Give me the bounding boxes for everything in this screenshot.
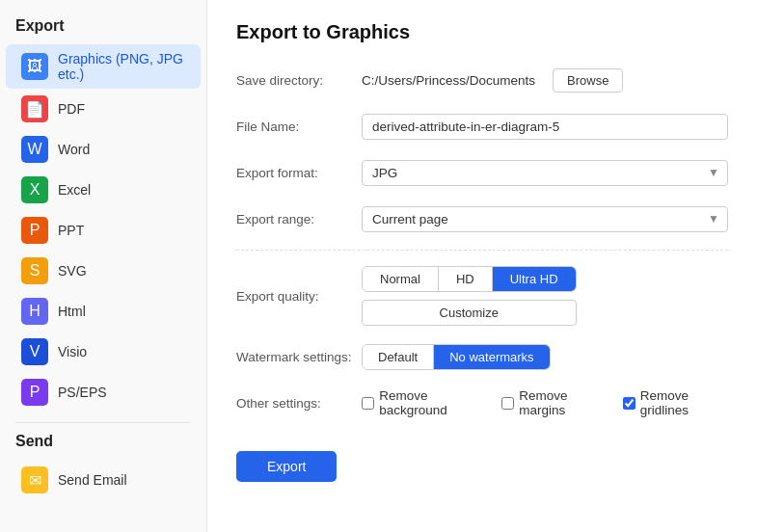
watermark-button-group: DefaultNo watermarks: [362, 344, 551, 370]
page-title: Export to Graphics: [236, 21, 728, 43]
sidebar-item-label-word: Word: [58, 142, 90, 157]
export-button[interactable]: Export: [236, 451, 337, 482]
email-icon: ✉: [21, 466, 48, 493]
export-format-select-wrapper: JPGPNGBMPSVGPDF ▼: [362, 160, 728, 186]
file-name-label: File Name:: [236, 120, 362, 134]
checkbox-label-remove_gridlines: Remove gridlines: [640, 388, 728, 417]
sidebar-item-label-excel: Excel: [58, 182, 91, 198]
sidebar-divider: [15, 422, 191, 423]
watermark-control: DefaultNo watermarks: [362, 344, 728, 370]
watermark-btn-no_watermarks[interactable]: No watermarks: [434, 345, 549, 369]
export-range-row: Export range: Current pageAll pagesSelec…: [236, 203, 728, 234]
other-settings-label: Other settings:: [236, 396, 362, 411]
watermark-label: Watermark settings:: [236, 350, 362, 364]
checkbox-remove_gridlines[interactable]: [623, 396, 635, 411]
quality-button-group: NormalHDUltra HD: [362, 266, 577, 292]
file-name-control: [362, 114, 728, 140]
sidebar-item-label-graphics: Graphics (PNG, JPG etc.): [58, 51, 185, 82]
sidebar-item-label-ppt: PPT: [58, 223, 84, 238]
sidebar-item-visio[interactable]: V Visio: [6, 332, 201, 372]
sidebar-item-excel[interactable]: X Excel: [6, 170, 201, 210]
sidebar-item-word[interactable]: W Word: [6, 129, 201, 170]
sidebar-item-label-pdf: PDF: [58, 101, 85, 117]
checkbox-item-remove_gridlines[interactable]: Remove gridlines: [623, 388, 728, 417]
checkbox-item-remove_margins[interactable]: Remove margins: [501, 388, 605, 417]
save-directory-label: Save directory:: [236, 73, 362, 88]
export-format-row: Export format: JPGPNGBMPSVGPDF ▼: [236, 157, 728, 188]
checkbox-item-remove_background[interactable]: Remove background: [362, 388, 484, 417]
other-settings-row: Other settings: Remove background Remove…: [236, 387, 728, 418]
quality-btn-ultra_hd[interactable]: Ultra HD: [493, 267, 576, 291]
export-format-label: Export format:: [236, 166, 362, 180]
pseps-icon: P: [21, 379, 48, 406]
checkbox-remove_margins[interactable]: [501, 396, 514, 411]
svg-icon: S: [21, 257, 48, 284]
ppt-icon: P: [21, 217, 48, 244]
save-directory-value: C:/Users/Princess/Documents: [362, 73, 535, 88]
export-format-control: JPGPNGBMPSVGPDF ▼: [362, 160, 728, 186]
watermark-btn-default[interactable]: Default: [363, 345, 434, 369]
word-icon: W: [21, 136, 48, 163]
quality-btn-hd[interactable]: HD: [439, 267, 493, 291]
export-quality-row: Export quality: NormalHDUltra HD Customi…: [236, 266, 728, 326]
export-format-select[interactable]: JPGPNGBMPSVGPDF: [362, 160, 728, 186]
customize-button[interactable]: Customize: [362, 300, 577, 326]
sidebar-item-html[interactable]: H Html: [6, 291, 201, 332]
export-range-select[interactable]: Current pageAll pagesSelected: [362, 206, 728, 232]
export-range-select-wrapper: Current pageAll pagesSelected ▼: [362, 206, 728, 232]
graphics-icon: 🖼: [21, 53, 48, 80]
sidebar-item-label-pseps: PS/EPS: [58, 385, 107, 400]
export-section-title: Export: [0, 17, 206, 44]
file-name-input[interactable]: [362, 114, 728, 140]
export-quality-label: Export quality:: [236, 289, 362, 304]
save-directory-control: C:/Users/Princess/Documents Browse: [362, 68, 728, 93]
quality-btn-normal[interactable]: Normal: [363, 267, 439, 291]
sidebar-item-graphics[interactable]: 🖼 Graphics (PNG, JPG etc.): [6, 44, 201, 89]
main-content: Export to Graphics Save directory: C:/Us…: [207, 0, 757, 532]
checkbox-remove_background[interactable]: [362, 396, 374, 411]
save-directory-row: Save directory: C:/Users/Princess/Docume…: [236, 65, 728, 95]
checkbox-label-remove_margins: Remove margins: [519, 388, 605, 417]
checkbox-group: Remove background Remove margins Remove …: [362, 388, 728, 417]
send-section-title: Send: [0, 433, 206, 460]
sidebar-item-label-email: Send Email: [58, 472, 127, 488]
excel-icon: X: [21, 176, 48, 203]
export-quality-control: NormalHDUltra HD Customize: [362, 266, 728, 326]
checkbox-label-remove_background: Remove background: [379, 388, 484, 417]
other-settings-control: Remove background Remove margins Remove …: [362, 388, 728, 417]
export-range-label: Export range:: [236, 212, 362, 226]
quality-column: NormalHDUltra HD Customize: [362, 266, 577, 326]
sidebar-item-pseps[interactable]: P PS/EPS: [6, 372, 201, 412]
section-divider: [236, 250, 728, 251]
sidebar-item-label-visio: Visio: [58, 344, 87, 359]
visio-icon: V: [21, 338, 48, 365]
export-range-control: Current pageAll pagesSelected ▼: [362, 206, 728, 232]
browse-button[interactable]: Browse: [553, 68, 623, 93]
sidebar-item-ppt[interactable]: P PPT: [6, 210, 201, 251]
sidebar-item-email[interactable]: ✉ Send Email: [6, 460, 201, 500]
sidebar-item-svg[interactable]: S SVG: [6, 251, 201, 291]
html-icon: H: [21, 298, 48, 325]
sidebar: Export 🖼 Graphics (PNG, JPG etc.) 📄 PDF …: [0, 0, 207, 532]
sidebar-item-label-html: Html: [58, 304, 86, 319]
sidebar-item-pdf[interactable]: 📄 PDF: [6, 89, 201, 129]
sidebar-item-label-svg: SVG: [58, 263, 87, 279]
watermark-row: Watermark settings: DefaultNo watermarks: [236, 341, 728, 372]
file-name-row: File Name:: [236, 111, 728, 142]
pdf-icon: 📄: [21, 95, 48, 122]
